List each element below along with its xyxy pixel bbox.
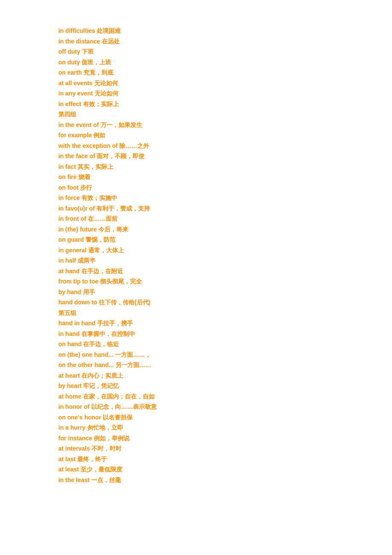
- phrase-line: on the other hand... 另一方面……: [58, 360, 334, 370]
- phrase-line: on duty 值班，上班: [58, 57, 334, 68]
- phrase-line: in effect 有效；实际上: [58, 99, 334, 110]
- phrase-line: in (the) future 今后，将来: [58, 224, 334, 235]
- phrase-line: at hand 在手边，在附近: [58, 266, 334, 277]
- phrase-line: in force 有效；实施中: [58, 193, 334, 203]
- phrase-line: at last 最终，终于: [58, 454, 334, 465]
- phrase-line: in hand 在掌握中，在控制中: [58, 329, 334, 339]
- phrase-line: in front of 在……面前: [58, 214, 334, 224]
- phrase-line: from tip to toe 彻头彻尾，完全: [58, 276, 334, 287]
- content-area: in difficulties 处境困难in the distance 在远处o…: [58, 26, 334, 485]
- phrase-line: in half 成两半: [58, 255, 334, 266]
- phrase-line: on guard 警惕，防范: [58, 234, 334, 245]
- phrase-line: at home 在家，在国内；自在，自如: [58, 391, 334, 402]
- phrase-line: at all events 无论如何: [58, 78, 334, 89]
- phrase-line: by hand 用手: [58, 287, 334, 298]
- phrase-line: in favo(u)r of 有利于，赞成，支持: [58, 203, 334, 214]
- phrase-line: for instance 例如，举例说: [58, 433, 334, 444]
- phrase-line: in the face of 面对，不顾，即使: [58, 151, 334, 162]
- section-header: 第四组: [58, 109, 334, 120]
- phrase-line: by heart 牢记，凭记忆: [58, 381, 334, 391]
- phrase-line: in the event of 万一，如果发生: [58, 120, 334, 130]
- phrase-line: in a hurry 匆忙地，立即: [58, 422, 334, 433]
- phrase-line: in honor of 以纪念，向……表示敬意: [58, 402, 334, 412]
- phrase-line: at least 至少，最低限度: [58, 464, 334, 475]
- phrase-line: in general 通常，大体上: [58, 245, 334, 256]
- phrase-line: with the exception of 除……之外: [58, 141, 334, 151]
- phrase-line: on one's honor 以名誉担保: [58, 412, 334, 423]
- phrase-line: on hand 在手边，临近: [58, 339, 334, 350]
- phrase-line: off duty 下班: [58, 46, 334, 57]
- phrase-line: on fire 烧着: [58, 172, 334, 182]
- phrase-line: in any event 无论如何: [58, 88, 334, 99]
- phrase-line: in fact 其实，实际上: [58, 162, 334, 172]
- phrase-line: in difficulties 处境困难: [58, 26, 334, 36]
- phrase-line: on (the) one hand... 一方面……，: [58, 350, 334, 360]
- phrase-line: on foot 步行: [58, 182, 334, 193]
- phrase-line: in the distance 在远处: [58, 36, 334, 47]
- phrase-line: in the least 一点，丝毫: [58, 475, 334, 486]
- phrase-line: hand in hand 手拉手，携手: [58, 318, 334, 329]
- phrase-line: on earth 究竟，到底: [58, 67, 334, 78]
- section-header: 第五组: [58, 308, 334, 318]
- phrase-line: at intervals 不时，时时: [58, 443, 334, 454]
- phrase-line: at heart 在内心；实质上: [58, 370, 334, 381]
- phrase-line: for example 例如: [58, 130, 334, 141]
- phrase-line: hand down to 往下传，传给(后代): [58, 297, 334, 308]
